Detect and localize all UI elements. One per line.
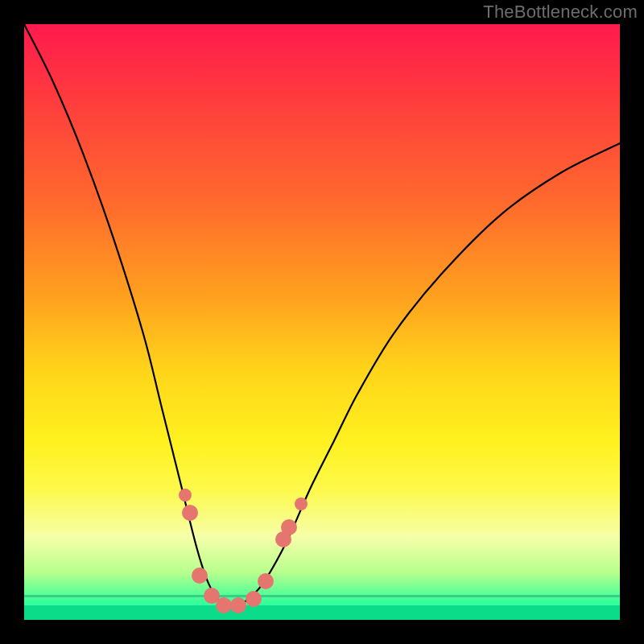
bottleneck-curve [24,24,620,620]
data-marker [246,591,262,607]
data-marker [230,597,246,613]
data-marker [216,597,232,613]
data-marker [281,519,297,535]
plot-area [24,24,620,620]
data-marker [258,573,274,589]
data-marker [295,497,308,510]
chart-stage: TheBottleneck.com [0,0,644,644]
data-marker [192,568,208,584]
curve-path [24,24,620,608]
data-marker [182,505,198,521]
watermark-text: TheBottleneck.com [483,2,638,23]
data-marker [179,489,192,502]
